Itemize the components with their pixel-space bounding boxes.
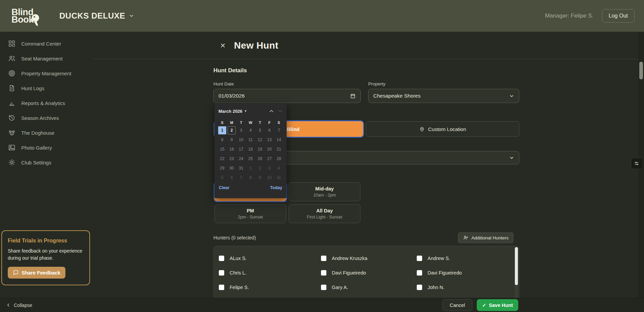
checkbox[interactable] <box>219 256 224 261</box>
calendar-day-7[interactable]: 7 <box>236 173 246 182</box>
calendar-month-selector[interactable]: March 2026 ▼ <box>218 109 247 114</box>
calendar-day-31[interactable]: 31 <box>236 163 246 173</box>
club-selector[interactable]: DUCKS DELUXE <box>59 11 134 21</box>
additional-hunters-button[interactable]: Additional Hunters <box>458 232 514 243</box>
sidebar-item-season-archives[interactable]: Season Archives <box>0 110 93 125</box>
calendar-day-29[interactable]: 29 <box>217 163 227 173</box>
share-feedback-button[interactable]: Share Feedback <box>8 267 65 279</box>
hunter-checkbox-row-john-n[interactable]: John N. <box>417 280 512 294</box>
calendar-day-5[interactable]: 5 <box>217 173 227 182</box>
hunter-checkbox-row-davi-figueiredo[interactable]: Davi Figueiredo <box>321 265 417 280</box>
logout-button[interactable]: Log Out <box>602 9 635 23</box>
calendar-day-13[interactable]: 13 <box>265 135 274 145</box>
checkbox[interactable] <box>321 256 326 261</box>
sidebar-item-property-management[interactable]: Property Management <box>0 66 93 81</box>
trial-title: Field Trials in Progress <box>8 238 84 244</box>
calendar-today-button[interactable]: Today <box>270 185 282 190</box>
calendar-day-7[interactable]: 7 <box>274 126 284 135</box>
hunter-checkbox-row-chris-l[interactable]: Chris L. <box>219 265 321 280</box>
side-panel-toggle[interactable] <box>631 158 642 169</box>
checkbox[interactable] <box>417 270 422 276</box>
calendar-day-15[interactable]: 15 <box>217 145 227 154</box>
calendar-day-18[interactable]: 18 <box>246 145 255 154</box>
chevron-down-icon <box>509 155 514 160</box>
time-slot-all-day[interactable]: All Day First Light - Sunset <box>289 204 360 223</box>
calendar-day-9[interactable]: 9 <box>255 173 265 182</box>
calendar-day-20[interactable]: 20 <box>265 145 274 154</box>
hunter-checkbox-row-gary-a[interactable]: Gary A. <box>321 280 417 294</box>
calendar-day-23[interactable]: 23 <box>227 154 236 163</box>
calendar-day-2[interactable]: 2 <box>255 163 265 173</box>
sidebar-item-club-settings[interactable]: Club Settings <box>0 155 93 170</box>
sidebar-item-photo-gallery[interactable]: Photo Gallery <box>0 140 93 155</box>
calendar-day-21[interactable]: 21 <box>274 145 284 154</box>
hunter-name: Andrew S. <box>428 256 450 261</box>
calendar-day-10[interactable]: 10 <box>236 135 246 145</box>
calendar-day-2-today[interactable]: 2 <box>227 126 236 135</box>
page-scrollbar-thumb[interactable] <box>639 62 643 79</box>
sidebar-item-seat-management[interactable]: Seat Management <box>0 51 93 66</box>
chart-icon <box>8 99 16 107</box>
hunter-checkbox-row-felipe-s[interactable]: Felipe S. <box>219 280 321 294</box>
calendar-day-5[interactable]: 5 <box>255 126 265 135</box>
calendar-day-14[interactable]: 14 <box>274 135 284 145</box>
calendar-day-19[interactable]: 19 <box>255 145 265 154</box>
calendar-month-label: March 2026 <box>218 109 242 114</box>
calendar-day-4[interactable]: 4 <box>246 126 255 135</box>
calendar-day-8[interactable]: 8 <box>246 173 255 182</box>
custom-location-button[interactable]: Custom Location <box>366 121 519 137</box>
calendar-day-27[interactable]: 27 <box>265 154 274 163</box>
sidebar-item-label: Property Management <box>21 71 71 76</box>
sidebar-item-command-center[interactable]: Command Center <box>0 36 93 51</box>
hunter-checkbox-row-andrew-kruszka[interactable]: Andrew Kruszka <box>321 251 417 265</box>
calendar-day-9[interactable]: 9 <box>227 135 236 145</box>
sidebar-item-the-doghouse[interactable]: The Doghouse <box>0 125 93 140</box>
calendar-day-24[interactable]: 24 <box>236 154 246 163</box>
calendar-day-3[interactable]: 3 <box>265 163 274 173</box>
calendar-day-1[interactable]: 1 <box>246 163 255 173</box>
calendar-day-17[interactable]: 17 <box>236 145 246 154</box>
hunter-checkbox-row-davi-figueiredo[interactable]: Davi Figueiredo <box>417 265 512 280</box>
calendar-day-8[interactable]: 8 <box>217 135 227 145</box>
time-slot-pm[interactable]: PM 2pm - Sunset <box>214 204 286 223</box>
cancel-button[interactable]: Cancel <box>442 299 472 311</box>
sidebar-item-hunt-logs[interactable]: Hunt Logs <box>0 81 93 96</box>
calendar-day-11[interactable]: 11 <box>246 135 255 145</box>
save-hunt-button[interactable]: ✓ Save Hunt <box>477 299 518 311</box>
collapse-sidebar-button[interactable]: Collapse <box>6 303 32 308</box>
property-select[interactable]: Chesapeake Shores <box>368 89 519 103</box>
checkbox[interactable] <box>219 285 224 290</box>
calendar-day-25[interactable]: 25 <box>246 154 255 163</box>
close-icon: ✕ <box>220 42 226 50</box>
checkbox[interactable] <box>417 256 422 261</box>
checkbox[interactable] <box>219 270 224 276</box>
checkbox[interactable] <box>321 270 326 276</box>
checkbox[interactable] <box>417 285 422 290</box>
sidebar-item-reports-analytics[interactable]: Reports & Analytics <box>0 96 93 110</box>
calendar-day-12[interactable]: 12 <box>255 135 265 145</box>
calendar-day-6[interactable]: 6 <box>227 173 236 182</box>
calendar-day-30[interactable]: 30 <box>227 163 236 173</box>
calendar-next-month-button[interactable] <box>277 108 283 114</box>
calendar-day-26[interactable]: 26 <box>255 154 265 163</box>
custom-location-label: Custom Location <box>428 126 466 132</box>
calendar-day-1-selected[interactable]: 1 <box>217 126 227 135</box>
calendar-day-10[interactable]: 10 <box>265 173 274 182</box>
hunters-scrollbar-thumb[interactable] <box>515 247 518 285</box>
close-modal-button[interactable]: ✕ <box>218 41 228 51</box>
hunter-checkbox-row-andrew-s[interactable]: Andrew S. <box>417 251 512 265</box>
time-slot-midday[interactable]: Mid-day 10am - 2pm <box>289 182 360 201</box>
calendar-day-16[interactable]: 16 <box>227 145 236 154</box>
calendar-prev-month-button[interactable] <box>268 108 274 114</box>
hunt-date-input[interactable]: 01/03/2026 <box>213 89 361 103</box>
checkbox[interactable] <box>321 285 326 290</box>
calendar-day-3[interactable]: 3 <box>236 126 246 135</box>
calendar-day-22[interactable]: 22 <box>217 154 227 163</box>
hunter-checkbox-row-alux-s[interactable]: ALux S. <box>219 251 321 265</box>
calendar-day-4[interactable]: 4 <box>274 163 284 173</box>
app-logo[interactable]: Blind Book™ <box>11 8 45 23</box>
calendar-day-11[interactable]: 11 <box>274 173 284 182</box>
calendar-day-28[interactable]: 28 <box>274 154 284 163</box>
calendar-clear-button[interactable]: Clear <box>219 185 229 190</box>
calendar-day-6[interactable]: 6 <box>265 126 274 135</box>
